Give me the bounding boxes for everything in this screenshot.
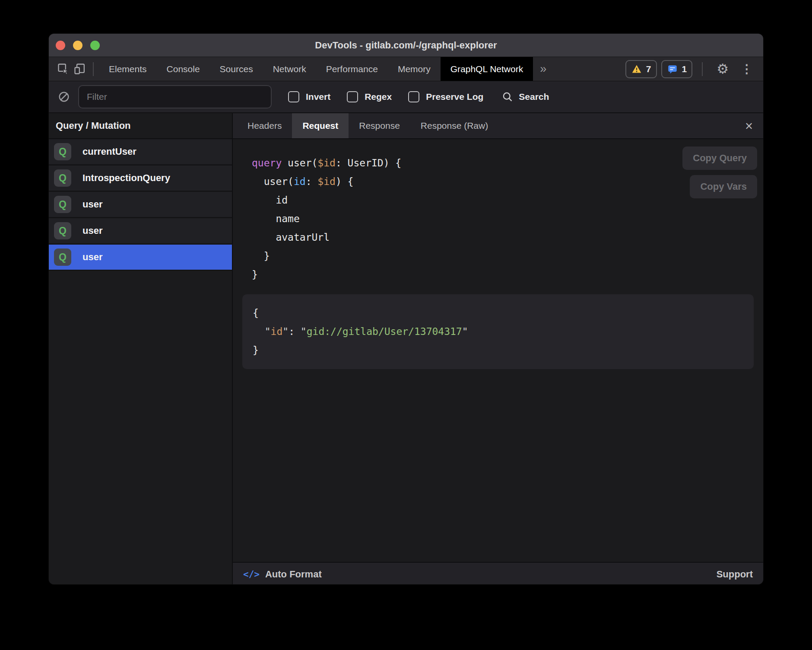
- inspect-element-icon[interactable]: [55, 61, 71, 77]
- graphql-panel: Query / Mutation Q currentUser Q Introsp…: [49, 113, 763, 584]
- message-icon: [667, 64, 678, 75]
- issues-count: 1: [682, 64, 687, 74]
- query-list-sidebar: Query / Mutation Q currentUser Q Introsp…: [49, 113, 233, 584]
- query-variables-box: { "id": "gid://gitlab/User/13704317"}: [242, 294, 754, 369]
- copy-query-button[interactable]: Copy Query: [682, 147, 757, 170]
- search-icon: [501, 91, 514, 103]
- copy-vars-button[interactable]: Copy Vars: [690, 175, 757, 198]
- query-name: currentUser: [82, 146, 136, 157]
- tab-performance[interactable]: Performance: [316, 57, 388, 81]
- kebab-menu-icon[interactable]: ⋮: [737, 62, 756, 76]
- list-item[interactable]: Q currentUser: [49, 139, 232, 164]
- close-icon[interactable]: ×: [745, 119, 753, 133]
- search-button[interactable]: Search: [501, 91, 549, 103]
- window-title: DevTools - gitlab.com/-/graphql-explorer: [315, 40, 497, 51]
- tab-graphql-network[interactable]: GraphQL Network: [441, 57, 533, 81]
- detail-tab-bar: Headers Request Response Response (Raw) …: [233, 113, 763, 139]
- regex-checkbox[interactable]: [347, 91, 358, 102]
- toolbar-separator: [93, 62, 94, 76]
- auto-format-toggle[interactable]: </> Auto Format: [243, 569, 322, 580]
- clear-log-icon[interactable]: [56, 89, 72, 105]
- query-type-badge: Q: [54, 169, 71, 187]
- traffic-lights: [56, 41, 100, 50]
- invert-label: Invert: [306, 92, 330, 102]
- invert-checkbox-group[interactable]: Invert: [288, 91, 330, 102]
- tab-sources[interactable]: Sources: [210, 57, 263, 81]
- query-name: user: [82, 252, 102, 263]
- query-type-badge: Q: [54, 143, 71, 160]
- tab-network[interactable]: Network: [263, 57, 316, 81]
- list-item[interactable]: Q user: [49, 192, 232, 217]
- warnings-count: 7: [646, 64, 651, 74]
- preserve-log-checkbox-group[interactable]: Preserve Log: [408, 91, 483, 102]
- query-list-header: Query / Mutation: [49, 113, 232, 139]
- devtools-toolbar: Elements Console Sources Network Perform…: [49, 57, 763, 81]
- tab-response-raw[interactable]: Response (Raw): [410, 113, 498, 138]
- invert-checkbox[interactable]: [288, 91, 299, 102]
- list-item[interactable]: Q user: [49, 218, 232, 243]
- preserve-log-label: Preserve Log: [426, 92, 483, 102]
- search-label: Search: [519, 92, 549, 102]
- tab-headers[interactable]: Headers: [237, 113, 292, 138]
- query-name: user: [82, 199, 102, 210]
- titlebar: DevTools - gitlab.com/-/graphql-explorer: [49, 34, 763, 57]
- minimize-window-button[interactable]: [73, 41, 82, 50]
- device-toolbar-icon[interactable]: [71, 61, 88, 77]
- query-name: IntrospectionQuery: [82, 172, 170, 184]
- regex-label: Regex: [365, 92, 392, 102]
- request-detail-panel: Headers Request Response Response (Raw) …: [233, 113, 763, 584]
- detail-footer: </> Auto Format Support: [233, 562, 763, 584]
- toolbar-separator: [702, 62, 703, 76]
- tab-console[interactable]: Console: [157, 57, 210, 81]
- query-list: Q currentUser Q IntrospectionQuery Q use…: [49, 139, 232, 271]
- list-item[interactable]: Q IntrospectionQuery: [49, 166, 232, 191]
- query-name: user: [82, 225, 102, 236]
- copy-buttons: Copy Query Copy Vars: [682, 147, 757, 198]
- filter-input[interactable]: [78, 85, 272, 108]
- code-brackets-icon: </>: [243, 569, 260, 580]
- warning-icon: [631, 64, 642, 75]
- tab-response[interactable]: Response: [349, 113, 410, 138]
- settings-gear-icon[interactable]: ⚙: [712, 61, 733, 77]
- query-variables-code: { "id": "gid://gitlab/User/13704317"}: [253, 304, 743, 360]
- tab-request[interactable]: Request: [292, 113, 349, 138]
- preserve-log-checkbox[interactable]: [408, 91, 419, 102]
- auto-format-label: Auto Format: [265, 569, 322, 580]
- more-tabs-button[interactable]: »: [533, 62, 553, 76]
- toolbar-right-controls: 7 1 ⚙ ⋮: [625, 60, 763, 78]
- support-link[interactable]: Support: [717, 569, 753, 580]
- devtools-window: DevTools - gitlab.com/-/graphql-explorer…: [49, 34, 763, 584]
- query-type-badge: Q: [54, 196, 71, 213]
- query-type-badge: Q: [54, 249, 71, 266]
- tab-memory[interactable]: Memory: [388, 57, 441, 81]
- close-window-button[interactable]: [56, 41, 65, 50]
- tab-elements[interactable]: Elements: [99, 57, 157, 81]
- query-type-badge: Q: [54, 222, 71, 239]
- warnings-badge[interactable]: 7: [625, 60, 657, 78]
- filter-bar: Invert Regex Preserve Log Search: [49, 81, 763, 113]
- fullscreen-window-button[interactable]: [90, 41, 100, 50]
- request-body: query user($id: UserID) { user(id: $id) …: [233, 139, 763, 562]
- issues-badge[interactable]: 1: [661, 60, 693, 78]
- list-item-selected[interactable]: Q user: [49, 245, 232, 270]
- regex-checkbox-group[interactable]: Regex: [347, 91, 392, 102]
